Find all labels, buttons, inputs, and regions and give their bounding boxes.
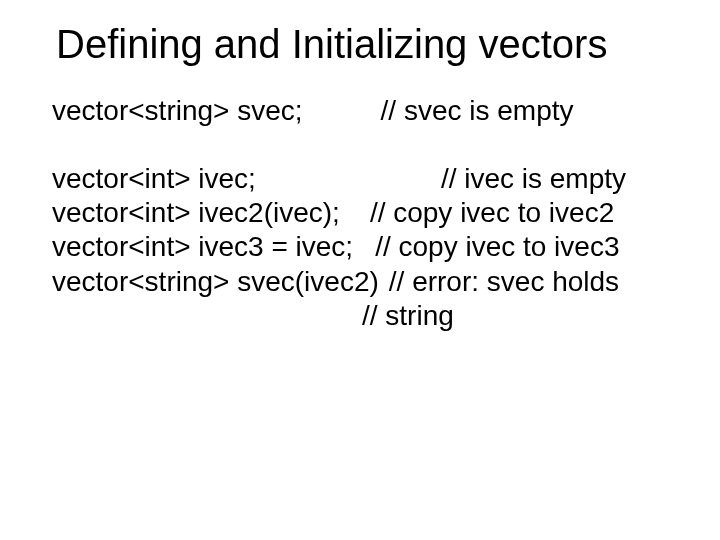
code-decl-2: vector<int> ivec; bbox=[52, 162, 256, 196]
code-comment-6: // string bbox=[362, 299, 454, 333]
code-decl-3: vector<int> ivec2(ivec); bbox=[52, 196, 340, 230]
blank-line-1 bbox=[52, 128, 680, 162]
code-line-4: vector<int> ivec3 = ivec; // copy ivec t… bbox=[52, 230, 680, 264]
code-decl-1: vector<string> svec; bbox=[52, 94, 303, 128]
code-line-1: vector<string> svec; // svec is empty bbox=[52, 94, 680, 128]
code-line-6: // string bbox=[52, 299, 680, 333]
code-comment-4: // copy ivec to ivec3 bbox=[353, 230, 619, 264]
code-decl-5: vector<string> svec(ivec2) bbox=[52, 265, 379, 299]
code-comment-1: // svec is empty bbox=[303, 94, 574, 128]
code-decl-4: vector<int> ivec3 = ivec; bbox=[52, 230, 353, 264]
code-comment-3: // copy ivec to ivec2 bbox=[340, 196, 614, 230]
code-comment-2: // ivec is empty bbox=[256, 162, 626, 196]
slide-body: vector<string> svec; // svec is empty ve… bbox=[0, 66, 720, 333]
slide: Defining and Initializing vectors vector… bbox=[0, 0, 720, 540]
code-line-5: vector<string> svec(ivec2) // error: sve… bbox=[52, 265, 680, 299]
slide-title: Defining and Initializing vectors bbox=[0, 0, 720, 66]
code-comment-5: // error: svec holds bbox=[379, 265, 619, 299]
code-line-3: vector<int> ivec2(ivec); // copy ivec to… bbox=[52, 196, 680, 230]
code-line-2: vector<int> ivec; // ivec is empty bbox=[52, 162, 680, 196]
